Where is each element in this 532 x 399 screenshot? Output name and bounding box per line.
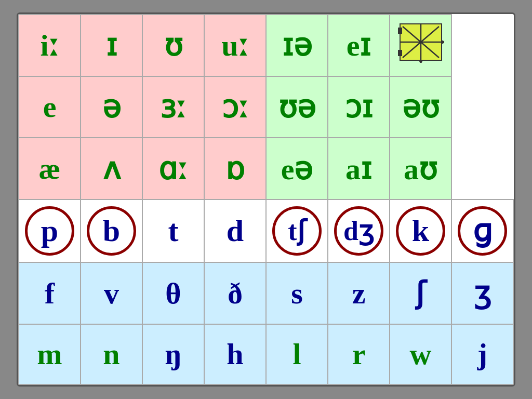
circle-tsh: tʃ: [272, 206, 322, 256]
cell-i: ɪ: [81, 15, 142, 76]
circle-p: p: [25, 206, 74, 256]
cell-theta: θ: [142, 262, 204, 324]
cell-k: k: [390, 200, 451, 262]
vowel-row-1: iː ɪ ʊ uː ɪə eɪ: [19, 15, 513, 76]
circle-k: k: [396, 206, 445, 256]
ipa-table: iː ɪ ʊ uː ɪə eɪ: [18, 14, 514, 385]
svg-rect-7: [398, 28, 402, 34]
cell-eu: əʊ: [390, 76, 451, 138]
cell-w: w: [390, 324, 451, 384]
circle-b: b: [87, 206, 136, 256]
cell-n: n: [81, 324, 142, 384]
consonant-row-sonorants: m n ŋ h l r w j: [19, 324, 513, 384]
cell-ue: ʊə: [266, 76, 328, 138]
cell-ea: eə: [266, 138, 328, 200]
cell-z: z: [328, 262, 390, 324]
cell-e: e: [19, 76, 81, 138]
cell-schwa: ə: [81, 76, 142, 138]
circle-g: ɡ: [458, 206, 507, 256]
cell-ai: aɪ: [328, 138, 390, 200]
cell-f: f: [19, 262, 81, 324]
vowel-row-3: æ ʌ ɑː ɒ eə aɪ aʊ: [19, 138, 513, 200]
logo-cell: [390, 15, 451, 76]
cell-eth: ð: [204, 262, 266, 324]
cell-d: d: [204, 200, 266, 262]
cell-h: h: [204, 324, 266, 384]
cell-r: r: [328, 324, 390, 384]
cell-v: v: [81, 262, 142, 324]
cell-wedge: ʌ: [81, 138, 142, 200]
cell-b: b: [81, 200, 142, 262]
cell-er: ɜː: [142, 76, 204, 138]
cell-j: j: [451, 324, 513, 384]
cell-oi: ɔɪ: [328, 76, 390, 138]
logo-svg: [397, 21, 444, 63]
cell-ie: ɪə: [266, 15, 328, 76]
circle-dzh: dʒ: [334, 206, 383, 256]
cell-p: p: [19, 200, 81, 262]
consonant-row-plosives: p b t d tʃ dʒ k ɡ: [19, 200, 513, 262]
cell-ae: æ: [19, 138, 81, 200]
svg-rect-8: [398, 50, 402, 56]
cell-tsh: tʃ: [266, 200, 328, 262]
cell-upsilon: ʊ: [142, 15, 204, 76]
cell-ar: ɑː: [142, 138, 204, 200]
cell-l: l: [266, 324, 328, 384]
svg-marker-4: [442, 40, 444, 44]
ipa-chart: iː ɪ ʊ uː ɪə eɪ: [17, 12, 515, 387]
cell-uu: uː: [204, 15, 266, 76]
cell-t: t: [142, 200, 204, 262]
cell-sh: ʃ: [390, 262, 451, 324]
cell-dzh: dʒ: [328, 200, 390, 262]
cell-au: aʊ: [390, 138, 451, 200]
cell-eng: ŋ: [142, 324, 204, 384]
cell-s: s: [266, 262, 328, 324]
cell-o: ɒ: [204, 138, 266, 200]
consonant-row-fricatives: f v θ ð s z ʃ ʒ: [19, 262, 513, 324]
svg-marker-6: [419, 60, 423, 63]
cell-ei: eɪ: [328, 15, 390, 76]
cell-or: ɔː: [204, 76, 266, 138]
cell-zh: ʒ: [451, 262, 513, 324]
vowel-row-2: e ə ɜː ɔː ʊə ɔɪ əʊ: [19, 76, 513, 138]
cell-g: ɡ: [451, 200, 513, 262]
cell-m: m: [19, 324, 81, 384]
cell-ii: iː: [19, 15, 81, 76]
